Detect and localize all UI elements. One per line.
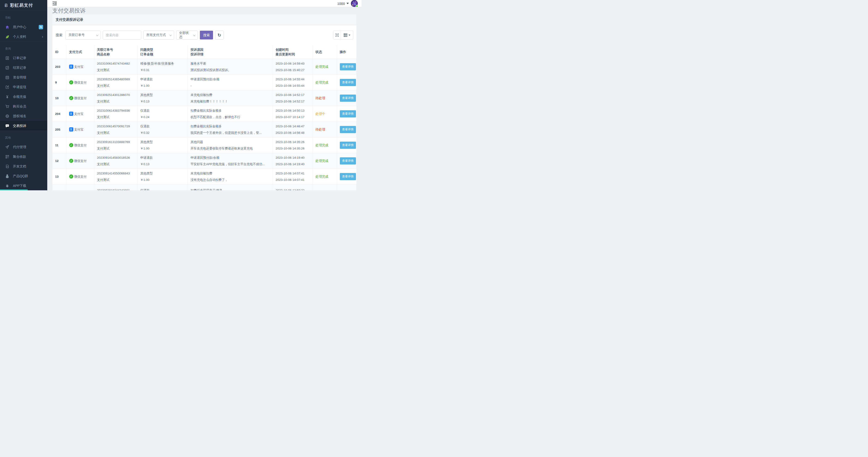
sidebar-item-authorized-domains[interactable]: 授权域名 [0,111,47,121]
pay-method-cell: 支支付宝 [66,59,94,75]
status-select[interactable]: 全部状态 [176,31,198,39]
col-order: 关联订单号商品名称 [94,45,137,59]
status-cell: 待处理 [313,121,337,137]
chevron-down-icon [96,34,98,36]
calendar-icon [5,76,9,79]
view-detail-button[interactable]: 查看详情 [340,63,356,70]
search-input[interactable] [103,31,141,39]
check-square-icon [5,66,9,70]
action-cell [337,184,356,190]
pay-method-cell: 支支付宝 [66,106,94,121]
leaf-icon [5,35,9,39]
sidebar-item-withdraw[interactable]: 申请提现 [0,82,47,92]
section-label: 查询 [5,47,11,50]
pay-method-cell: 支支付宝 [66,121,94,137]
book-icon [5,165,9,168]
type-amount-cell: 仅退款￥0.32 [137,121,188,137]
refresh-button[interactable]: ↻ [215,31,224,39]
caret-down-icon [349,35,350,36]
sidebar-item-payout-management[interactable]: 代付管理 [0,142,47,152]
status-cell: 处理完成 [313,59,337,75]
time-cell: 2023-10-06 14:35:262023-10-06 14:35:26 [273,137,313,153]
qq-penguin-icon [5,174,9,178]
sidebar-item-label: 代付管理 [13,145,43,149]
balance-value: 1000 [337,2,345,5]
row-id: 205 [52,121,66,137]
sidebar-item-order-records[interactable]: 订单记录 [0,53,47,63]
sidebar-section-query: 查询 [0,41,47,53]
row-id: 13 [52,169,66,184]
time-cell: 2023-10-06 14:19:402023-10-06 14:19:40 [273,153,313,169]
reason-cell: 其他问题开车去充电还要收取停车费谁还敢来这里充电 [188,137,273,153]
sidebar-item-settlement-records[interactable]: 结算记录 [0,63,47,73]
view-detail-button[interactable]: 查看详情 [340,94,356,102]
avatar[interactable] [351,0,358,7]
view-detail-button[interactable]: 查看详情 [340,110,356,117]
sidebar-item-buy-membership[interactable]: 购买会员 [0,102,47,111]
view-detail-button[interactable]: 查看详情 [340,142,356,149]
time-cell: 2023-10-06 14:50:132023-10-07 10:14:17 [273,106,313,121]
pay-method-cell: ✓微信支付 [66,169,94,184]
pay-method-cell: ✓微信支付 [66,137,94,153]
col-pay-method: 支付方式 [66,45,94,59]
table-row: 12✓微信支付2023091414583018526支付测试申请退款￥0.13申… [52,153,356,169]
status-value: 全部状态 [179,31,191,39]
type-amount-cell: 申请退款￥1.00 [137,75,188,90]
col-type-amount: 问题类型订单金额 [137,45,188,59]
chevron-right-icon: › [42,35,43,39]
sidebar-item-profile[interactable]: 个人资料 › [0,32,47,41]
view-detail-button[interactable]: 查看详情 [340,126,356,133]
sidebar-item-recharge[interactable]: 余额充值 [0,92,47,102]
sidebar-item-dev-docs[interactable]: 开发文档 [0,162,47,171]
type-amount-cell: 其他类型￥0.13 [137,90,188,106]
status-cell: 待处理 [313,90,337,106]
sidebar-item-label: 聚合收款 [13,154,43,159]
fullscreen-button[interactable] [333,31,341,39]
wechat-icon: ✓ [69,159,73,163]
type-amount-cell: 其他类型￥1.00 [137,137,188,153]
section-label: 其他 [5,136,11,139]
search-button[interactable]: 搜索 [200,31,213,39]
sidebar-item-product-qq-group[interactable]: 产品QQ群 [0,171,47,181]
status-cell: 处理完成 [313,169,337,184]
sidebar-item-label: APP下载 [13,183,43,188]
card-header: 支付交易投诉记录 [52,14,356,25]
sidebar-item-transaction-complaints[interactable]: 交易投诉 [0,121,47,131]
view-detail-button[interactable]: 查看详情 [340,79,356,86]
sidebar-item-aggregate-collection[interactable]: 聚合收款 [0,152,47,162]
status-cell [313,184,337,190]
page-title: 支付交易投诉 [52,7,86,14]
type-amount-cell: 其他类型￥1.00 [137,169,188,184]
view-detail-button[interactable]: 查看详情 [340,173,356,180]
col-reason: 投诉原因投诉详情 [188,45,273,59]
sidebar-item-app-download[interactable]: APP下载 [0,181,47,190]
home-icon [5,25,9,29]
view-detail-button[interactable]: 查看详情 [340,157,356,165]
pay-method-value: 所有支付方式 [146,33,166,37]
sidebar-collapse-icon[interactable] [52,1,57,5]
order-cell: 2023100614383794936支付测试 [94,106,137,121]
balance-dropdown[interactable]: 1000 [337,2,349,5]
col-status: 状态 [313,45,337,59]
status-cell: 处理中 [313,106,337,121]
time-cell: 2023-10-06 14:46:472023-10-06 14:56:48 [273,121,313,137]
paper-plane-icon [5,145,9,149]
table-row: 203支支付宝2023100614574743482支付测试维修/换货/补发/完… [52,59,356,75]
pay-method-cell: ✓微信支付 [66,153,94,169]
section-label: 导航 [5,16,11,19]
reason-cell: 申请退回预付款/余额平安好车主APP充电充值，但好车主平台充电不成功... [188,153,273,169]
action-cell: 查看详情 [337,90,356,106]
sidebar-item-fund-details[interactable]: 资金明细 [0,73,47,82]
card-title: 支付交易投诉记录 [56,18,83,22]
list-icon [5,56,9,60]
search-field-select[interactable]: 关联订单号 [65,31,101,39]
sidebar-item-user-center[interactable]: 用户中心 N [0,22,47,32]
table-header-row: ID 支付方式 关联订单号商品名称 问题类型订单金额 投诉原因投诉详情 创建时间… [52,45,356,59]
pay-method-select[interactable]: 所有支付方式 [144,31,174,39]
table-row: 204支支付宝2023100614383794936支付测试仅退款￥0.24扣费… [52,106,356,121]
android-icon [5,184,9,188]
sidebar-item-label: 开发文档 [13,164,43,169]
columns-button[interactable] [341,31,353,39]
topbar: 1000 [47,0,362,7]
cart-icon [5,105,9,108]
